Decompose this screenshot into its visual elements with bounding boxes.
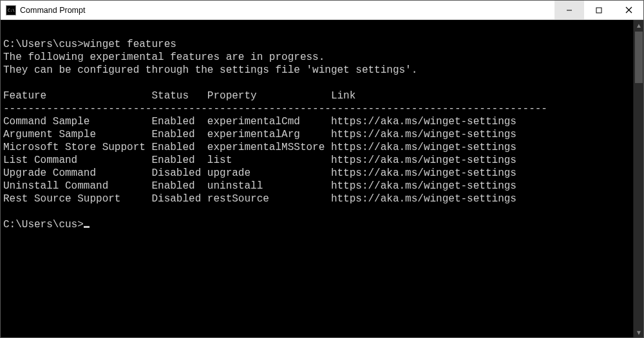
scroll-up-arrow[interactable]: ▲: [634, 20, 644, 30]
command-prompt-window: C:\ Command Prompt C:\Users\cus>winget f…: [0, 0, 644, 338]
scroll-thumb[interactable]: [635, 32, 643, 83]
terminal-area: C:\Users\cus>winget features The followi…: [1, 20, 643, 337]
minimize-button[interactable]: [554, 1, 584, 19]
maximize-button[interactable]: [584, 1, 614, 19]
scrollbar[interactable]: ▲ ▼: [633, 20, 643, 337]
terminal-output[interactable]: C:\Users\cus>winget features The followi…: [1, 20, 633, 337]
window-controls: [554, 1, 643, 19]
window-title: Command Prompt: [20, 6, 554, 15]
titlebar[interactable]: C:\ Command Prompt: [1, 1, 643, 20]
close-button[interactable]: [614, 1, 643, 19]
svg-text:C:\: C:\: [8, 8, 15, 12]
scroll-down-arrow[interactable]: ▼: [634, 327, 644, 337]
cursor: [84, 226, 90, 228]
svg-rect-3: [596, 8, 601, 13]
cmd-app-icon: C:\: [6, 5, 16, 15]
